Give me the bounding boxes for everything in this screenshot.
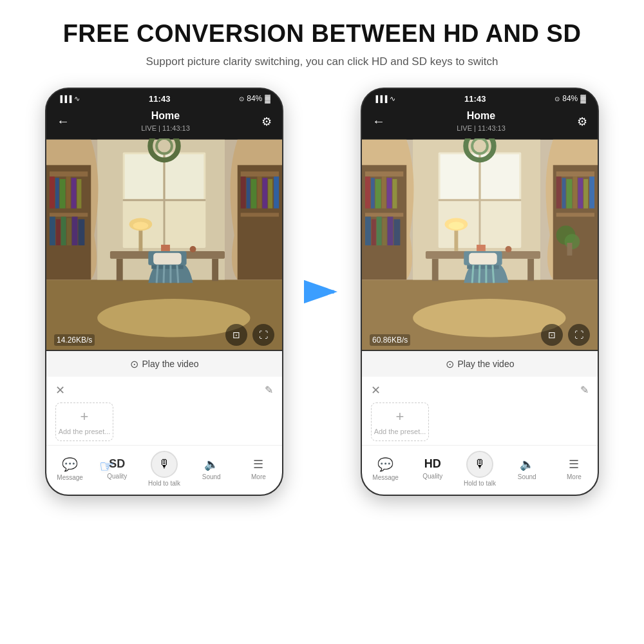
svg-rect-37 <box>212 258 218 281</box>
svg-rect-106 <box>567 243 573 256</box>
more-label-left: More <box>251 473 266 480</box>
talk-btn-left[interactable]: 🎙 <box>151 451 178 478</box>
battery-pct-left: 84% <box>247 94 262 103</box>
phones-container: ▐▐▐ ∿ 11:43 ⊙ 84% ▓ ← Home LIVE | 11:43:… <box>19 88 625 496</box>
svg-rect-70 <box>392 179 397 209</box>
play-bar-right[interactable]: ⊙ Play the video <box>362 351 598 377</box>
nav-more-left[interactable]: ☰ More <box>235 457 282 480</box>
nav-talk-left[interactable]: 🎙 Hold to talk <box>140 451 187 487</box>
battery-pct-right: 84% <box>562 94 578 103</box>
camera-icon-status-right: ⊙ <box>554 95 560 102</box>
page-title-left: Home <box>141 110 190 122</box>
close-btn-right[interactable]: ✕ <box>371 383 381 397</box>
play-bar-left[interactable]: ⊙ Play the video <box>46 351 282 377</box>
svg-rect-29 <box>251 179 257 209</box>
battery-icon-right: ▓ <box>580 94 586 103</box>
mic-icon-right: 🎙 <box>474 457 486 471</box>
svg-rect-49 <box>161 245 170 251</box>
svg-rect-72 <box>365 216 371 245</box>
svg-rect-20 <box>56 219 61 245</box>
sound-label-left: Sound <box>202 473 221 480</box>
battery-area-right: ⊙ 84% ▓ <box>554 94 586 103</box>
kb-rate-left: 14.26KB/s <box>54 334 95 346</box>
fullscreen-icon-left: ⛶ <box>259 330 268 340</box>
close-btn-left[interactable]: ✕ <box>55 383 65 397</box>
svg-rect-22 <box>67 218 71 245</box>
svg-rect-24 <box>78 219 84 245</box>
bottom-nav-right: 💬 Message HD Quality 🎙 Hold to talk 🔈 So… <box>362 445 598 495</box>
time-left: 11:43 <box>149 94 170 104</box>
nav-sound-left[interactable]: 🔈 Sound <box>188 457 235 480</box>
edit-btn-left[interactable]: ✎ <box>265 384 273 396</box>
svg-line-96 <box>479 263 480 283</box>
more-label-right: More <box>567 473 582 480</box>
svg-line-43 <box>164 263 164 283</box>
svg-rect-36 <box>117 258 123 281</box>
status-bar-right: ▐▐▐ ∿ 11:43 ⊙ 84% ▓ <box>362 89 598 106</box>
svg-rect-12 <box>50 176 55 208</box>
gear-button-left[interactable]: ⚙ <box>261 115 272 129</box>
svg-rect-13 <box>55 178 59 208</box>
talk-btn-right[interactable]: 🎙 <box>466 451 493 478</box>
svg-rect-19 <box>50 216 55 245</box>
svg-rect-102 <box>477 245 486 251</box>
svg-rect-87 <box>556 213 594 216</box>
svg-rect-90 <box>527 258 534 281</box>
nav-talk-right[interactable]: 🎙 Hold to talk <box>456 451 503 487</box>
svg-rect-31 <box>262 178 267 208</box>
edit-btn-right[interactable]: ✎ <box>580 384 589 396</box>
nav-message-right[interactable]: 💬 Message <box>362 457 409 481</box>
nav-sound-right[interactable]: 🔈 Sound <box>504 457 551 480</box>
phone-right: ▐▐▐ ∿ 11:43 ⊙ 84% ▓ ← Home LIVE | 11:43:… <box>361 88 599 496</box>
nav-message-left[interactable]: 💬 Message <box>46 457 93 481</box>
page-subtitle-left: LIVE | 11:43:13 <box>141 124 190 132</box>
fullscreen-btn-right[interactable]: ⛶ <box>568 324 590 346</box>
bottom-panel-right: ✕ ✎ + Add the preset... <box>362 377 598 445</box>
svg-rect-15 <box>66 176 71 208</box>
preset-label-left: Add the preset... <box>59 428 111 435</box>
gear-button-right[interactable]: ⚙ <box>577 115 587 129</box>
wifi-icon-left: ∿ <box>74 95 80 103</box>
header: FREE CONVERSION BETWEEN HD AND SD Suppor… <box>50 0 594 75</box>
message-icon-left: 💬 <box>62 457 78 472</box>
back-button-right[interactable]: ← <box>372 114 385 129</box>
svg-rect-47 <box>153 252 182 264</box>
svg-rect-17 <box>77 179 81 209</box>
arrow-container <box>303 279 341 305</box>
nav-bar-left: ← Home LIVE | 11:43:13 ⚙ <box>46 106 282 138</box>
nav-title-left: Home LIVE | 11:43:13 <box>141 110 190 133</box>
svg-line-95 <box>472 263 473 283</box>
fullscreen-btn-left[interactable]: ⛶ <box>252 324 274 346</box>
svg-rect-84 <box>578 178 583 208</box>
preset-btn-right[interactable]: + Add the preset... <box>371 402 429 441</box>
svg-rect-66 <box>371 178 375 208</box>
screenshot-btn-right[interactable]: ⊡ <box>541 324 563 346</box>
preset-plus-right: + <box>396 408 404 425</box>
svg-rect-85 <box>583 179 588 209</box>
video-controls-right: ⊡ ⛶ <box>541 324 590 346</box>
message-label-right: Message <box>372 474 399 481</box>
status-bar-left: ▐▐▐ ∿ 11:43 ⊙ 84% ▓ <box>46 89 282 106</box>
battery-area-left: ⊙ 84% ▓ <box>239 94 270 103</box>
play-icon-right: ⊙ <box>446 358 454 370</box>
preset-btn-left[interactable]: + Add the preset... <box>55 402 113 441</box>
svg-rect-18 <box>50 213 88 216</box>
nav-more-right[interactable]: ☰ More <box>551 457 598 480</box>
sound-icon-right: 🔈 <box>520 457 534 471</box>
back-button-left[interactable]: ← <box>57 114 70 129</box>
arrow-right-svg <box>303 279 341 305</box>
svg-rect-14 <box>60 179 66 209</box>
video-area-left: 14.26KB/s ⊡ ⛶ <box>46 138 282 351</box>
nav-quality-right[interactable]: HD Quality <box>409 457 456 480</box>
video-controls-left: ⊡ ⛶ <box>225 324 274 346</box>
quality-label-right: Quality <box>422 473 442 480</box>
page-title-right: Home <box>457 110 506 122</box>
main-title: FREE CONVERSION BETWEEN HD AND SD <box>63 19 582 49</box>
svg-rect-89 <box>432 258 439 281</box>
screenshot-btn-left[interactable]: ⊡ <box>225 324 247 346</box>
more-icon-left: ☰ <box>253 457 263 471</box>
message-icon-right: 💬 <box>377 457 393 472</box>
svg-rect-77 <box>393 219 400 245</box>
svg-rect-81 <box>562 178 566 208</box>
fullscreen-icon-right: ⛶ <box>574 330 583 340</box>
